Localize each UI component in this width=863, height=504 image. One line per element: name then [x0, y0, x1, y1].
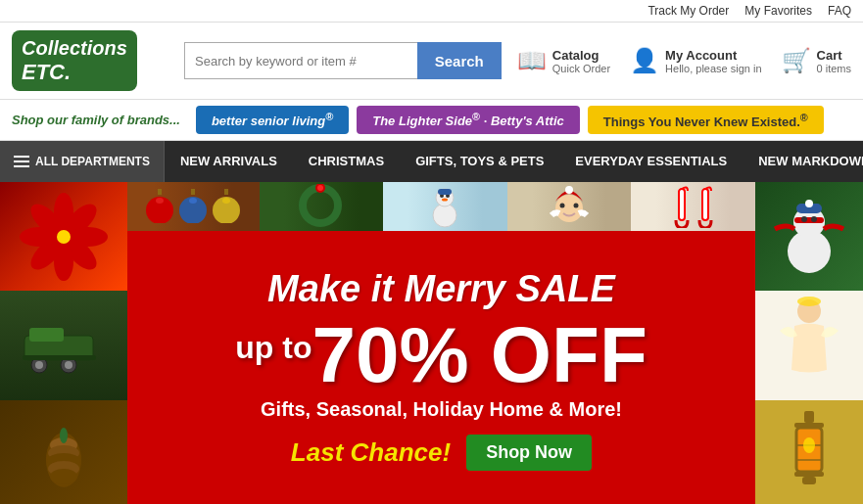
- search-input[interactable]: [184, 42, 417, 79]
- svg-rect-46: [679, 189, 685, 220]
- left-panel-bot: [0, 400, 127, 504]
- svg-rect-47: [702, 189, 708, 220]
- account-icon: 👤: [630, 47, 659, 74]
- brand-strip-label: Shop our family of brands...: [12, 113, 180, 127]
- logo[interactable]: CollectionsETC.: [12, 30, 137, 91]
- svg-point-14: [35, 361, 43, 369]
- cart-action[interactable]: 🛒 Cart 0 items: [782, 47, 851, 74]
- faq-link[interactable]: FAQ: [828, 4, 851, 18]
- catalog-icon: 📖: [517, 47, 547, 74]
- utility-bar: Track My Order My Favorites FAQ: [0, 0, 863, 23]
- svg-rect-24: [158, 189, 162, 195]
- svg-point-22: [50, 469, 77, 484]
- svg-point-29: [189, 198, 197, 204]
- svg-rect-57: [804, 411, 814, 423]
- svg-rect-11: [29, 328, 64, 342]
- svg-point-44: [560, 204, 565, 208]
- svg-point-52: [811, 216, 817, 222]
- left-panel-mid: [0, 291, 127, 400]
- svg-rect-41: [438, 189, 452, 195]
- svg-rect-30: [224, 189, 228, 195]
- svg-point-40: [442, 199, 448, 202]
- promo-box: Make it Merry SALE up to70% OFF Gifts, S…: [127, 231, 755, 504]
- svg-point-45: [574, 204, 579, 208]
- nav-item-christmas[interactable]: CHRISTMAS: [293, 141, 400, 182]
- svg-point-43: [565, 186, 573, 194]
- svg-rect-63: [794, 472, 824, 477]
- catalog-action[interactable]: 📖 Catalog Quick Order: [517, 47, 610, 74]
- strip-santa: [507, 182, 632, 231]
- left-panel-top: [0, 182, 127, 292]
- svg-point-33: [303, 188, 338, 223]
- header-actions: 📖 Catalog Quick Order 👤 My Account Hello…: [517, 47, 851, 74]
- nav-item-everyday[interactable]: EVERYDAY ESSENTIALS: [559, 141, 743, 182]
- favorites-link[interactable]: My Favorites: [744, 4, 812, 18]
- hero-right-panel: [755, 182, 863, 504]
- svg-point-15: [65, 361, 72, 369]
- cart-sublabel: 0 items: [817, 63, 851, 74]
- right-panel-top: [755, 182, 863, 292]
- pinecone-decoration: [24, 416, 103, 494]
- svg-point-56: [797, 297, 821, 306]
- promo-discount: up to70% OFF: [235, 316, 647, 394]
- nav-item-markdowns[interactable]: NEW MARKDOWNS: [743, 141, 863, 182]
- brand-lighter-side[interactable]: The Lighter Side® · Betty's Attic: [357, 106, 580, 133]
- strip-snowman: [383, 182, 507, 231]
- account-action[interactable]: 👤 My Account Hello, please sign in: [630, 47, 761, 74]
- logo-area[interactable]: CollectionsETC.: [12, 30, 168, 91]
- all-departments-label: ALL DEPARTMENTS: [35, 155, 150, 168]
- svg-point-54: [805, 200, 813, 207]
- svg-point-9: [57, 230, 71, 244]
- svg-point-65: [803, 437, 815, 453]
- svg-point-42: [555, 195, 583, 222]
- account-label: My Account: [665, 48, 761, 63]
- right-panel-bot: [755, 400, 863, 504]
- nav-items: NEW ARRIVALS CHRISTMAS GIFTS, TOYS & PET…: [165, 141, 863, 182]
- promo-footer: Last Chance! Shop Now: [291, 435, 592, 471]
- track-order-link[interactable]: Track My Order: [647, 4, 729, 18]
- svg-point-23: [60, 428, 68, 443]
- svg-point-35: [317, 185, 323, 191]
- account-sublabel: Hello, please sign in: [665, 63, 761, 74]
- promo-sub: Gifts, Seasonal, Holiday Home & More!: [261, 398, 622, 421]
- header: CollectionsETC. Search 📖 Catalog Quick O…: [0, 23, 863, 100]
- cart-label: Cart: [817, 48, 851, 63]
- catalog-label: Catalog: [552, 48, 610, 63]
- brand-things-you-never[interactable]: Things You Never Knew Existed.®: [588, 106, 824, 133]
- svg-rect-64: [802, 477, 816, 484]
- strip-wreath: [260, 182, 384, 231]
- nav-bar: ALL DEPARTMENTS NEW ARRIVALS CHRISTMAS G…: [0, 141, 863, 182]
- angel-decoration: [770, 297, 848, 394]
- all-departments-button[interactable]: ALL DEPARTMENTS: [0, 141, 165, 182]
- poinsettia-decoration: [15, 188, 113, 286]
- brand-better-senior[interactable]: better senior living®: [196, 106, 349, 133]
- right-panel-mid: [755, 291, 863, 400]
- svg-rect-50: [794, 217, 824, 223]
- promo-headline: Make it Merry SALE: [267, 269, 615, 310]
- svg-point-36: [433, 204, 456, 227]
- nav-item-new-arrivals[interactable]: NEW ARRIVALS: [165, 141, 293, 182]
- svg-rect-16: [23, 355, 96, 360]
- nav-item-gifts[interactable]: GIFTS, TOYS & PETS: [400, 141, 559, 182]
- strip-candy: [631, 182, 755, 231]
- lantern-decoration: [775, 411, 843, 499]
- train-decoration: [15, 306, 113, 385]
- svg-point-51: [801, 216, 807, 222]
- cart-icon: 🛒: [782, 47, 811, 74]
- brand-strip: Shop our family of brands... better seni…: [0, 100, 863, 140]
- hero-left-panel: [0, 182, 127, 504]
- search-button[interactable]: Search: [417, 42, 502, 79]
- last-chance-text: Last Chance!: [291, 437, 451, 468]
- search-area: Search: [184, 42, 502, 79]
- logo-text: CollectionsETC.: [22, 37, 127, 83]
- svg-point-32: [222, 198, 230, 204]
- snowman-right: [765, 188, 853, 286]
- strip-ornaments: [127, 182, 260, 231]
- hero-top-strip: [127, 182, 755, 231]
- catalog-sublabel: Quick Order: [552, 63, 610, 74]
- shop-now-button[interactable]: Shop Now: [466, 435, 592, 471]
- hero-section: Make it Merry SALE up to70% OFF Gifts, S…: [0, 182, 863, 504]
- svg-rect-27: [191, 189, 195, 195]
- hamburger-icon: [14, 156, 29, 167]
- svg-point-26: [156, 198, 164, 204]
